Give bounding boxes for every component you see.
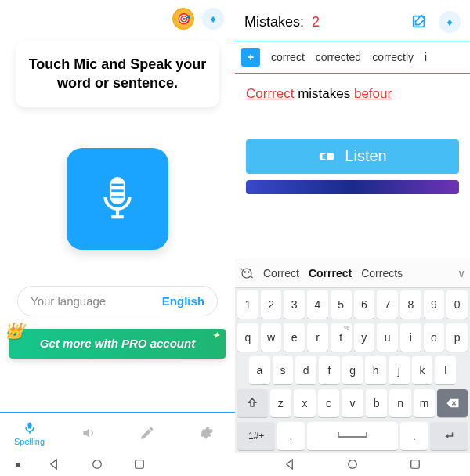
backspace-key[interactable] — [437, 389, 468, 417]
recent-icon[interactable] — [408, 457, 422, 471]
key-6[interactable]: 6 — [354, 290, 375, 319]
key-y[interactable]: y — [354, 323, 375, 352]
sentence-text[interactable]: Corrrect mistakes befour — [235, 74, 470, 108]
key-n[interactable]: n — [389, 389, 411, 417]
suggestion-item[interactable]: corrected — [316, 51, 361, 63]
key-5[interactable]: 5 — [331, 290, 352, 319]
word: mistakes — [298, 86, 350, 101]
key-b[interactable]: b — [366, 389, 388, 417]
key-2[interactable]: 2 — [261, 290, 282, 319]
suggestion-item[interactable]: correctly — [372, 51, 414, 63]
key-x[interactable]: x — [294, 389, 316, 417]
key-0[interactable]: 0 — [446, 290, 468, 319]
key-w[interactable]: w — [261, 323, 282, 352]
enter-icon — [442, 429, 456, 443]
language-label: Your language — [31, 294, 106, 308]
backspace-icon — [446, 396, 460, 410]
key-d[interactable]: d — [295, 356, 316, 384]
key-t[interactable]: t% — [331, 323, 352, 352]
speaker-icon — [318, 148, 335, 165]
key-a[interactable]: a — [249, 356, 270, 384]
suggestion-bar: + correct corrected correctly i — [235, 41, 470, 74]
mistakes-count: 2 — [312, 14, 320, 31]
kb-suggestion[interactable]: Corrects — [361, 267, 403, 279]
period-key[interactable]: . — [400, 422, 427, 450]
home-icon[interactable] — [90, 457, 104, 471]
banner-peek[interactable] — [246, 180, 459, 194]
key-u[interactable]: u — [377, 323, 398, 352]
key-4[interactable]: 4 — [307, 290, 328, 319]
listen-button[interactable]: Listen — [246, 139, 459, 174]
key-7[interactable]: 7 — [377, 290, 398, 319]
key-z[interactable]: z — [270, 389, 292, 417]
bottom-tabs: Spelling — [0, 412, 235, 453]
crown-icon: 👑 — [5, 321, 24, 340]
svg-point-8 — [93, 460, 102, 469]
key-k[interactable]: k — [412, 356, 433, 384]
key-f[interactable]: f — [319, 356, 340, 384]
home-icon[interactable] — [345, 457, 360, 471]
recent-icon[interactable] — [132, 457, 146, 471]
key-l[interactable]: l — [435, 356, 456, 384]
shift-icon — [246, 397, 258, 409]
premium-badge[interactable]: ♦ — [202, 8, 224, 30]
svg-point-15 — [349, 460, 357, 469]
microphone-icon — [22, 420, 38, 436]
svg-point-12 — [242, 269, 251, 278]
key-q[interactable]: q — [237, 323, 258, 352]
svg-rect-16 — [410, 460, 419, 469]
suggestion-item[interactable]: i — [425, 51, 427, 63]
microphone-icon — [93, 175, 142, 223]
error-word[interactable]: Corrrect — [246, 86, 294, 101]
svg-rect-9 — [136, 460, 144, 469]
tab-spelling[interactable]: Spelling — [0, 413, 59, 453]
kb-suggestion[interactable]: Corrrect — [309, 267, 352, 279]
key-g[interactable]: g — [342, 356, 363, 384]
key-8[interactable]: 8 — [400, 290, 421, 319]
space-key[interactable] — [307, 422, 399, 450]
key-1[interactable]: 1 — [237, 290, 258, 319]
key-m[interactable]: m — [414, 389, 436, 417]
tab-label: Spelling — [14, 437, 45, 446]
system-nav — [0, 453, 235, 476]
key-r[interactable]: r — [307, 323, 328, 352]
tab-settings[interactable] — [176, 413, 235, 453]
add-suggestion-button[interactable]: + — [241, 48, 260, 67]
kb-suggestion[interactable]: Correct — [263, 267, 299, 279]
shift-key[interactable] — [237, 389, 268, 417]
back-icon[interactable] — [48, 457, 62, 471]
listen-label: Listen — [345, 147, 386, 165]
language-selector[interactable]: Your language English — [17, 286, 218, 316]
back-icon[interactable] — [284, 457, 298, 471]
key-c[interactable]: c — [318, 389, 340, 417]
suggestion-item[interactable]: correct — [271, 51, 305, 63]
key-3[interactable]: 3 — [284, 290, 305, 319]
key-j[interactable]: j — [389, 356, 410, 384]
key-9[interactable]: 9 — [424, 290, 445, 319]
key-h[interactable]: h — [365, 356, 386, 384]
emoji-icon[interactable] — [240, 266, 254, 280]
key-s[interactable]: s — [273, 356, 294, 384]
ads-badge[interactable]: 🎯 — [172, 8, 194, 30]
edit-button[interactable] — [409, 11, 431, 33]
tab-edit[interactable] — [118, 413, 176, 453]
pencil-icon — [139, 425, 155, 441]
pro-banner[interactable]: 👑 Get more with PRO account ✦ — [9, 329, 226, 359]
error-word[interactable]: befour — [354, 86, 392, 101]
language-value: English — [162, 294, 204, 308]
svg-rect-6 — [27, 422, 31, 428]
comma-key[interactable]: , — [277, 422, 304, 450]
pro-banner-text: Get more with PRO account — [40, 337, 195, 350]
mic-button[interactable] — [67, 148, 168, 250]
key-p[interactable]: p — [446, 323, 468, 352]
enter-key[interactable] — [430, 422, 468, 450]
key-e[interactable]: e — [284, 323, 305, 352]
nav-dot — [16, 463, 20, 467]
key-o[interactable]: o — [424, 323, 445, 352]
key-v[interactable]: v — [342, 389, 363, 417]
more-suggestions[interactable]: ∨ — [457, 267, 465, 279]
premium-badge[interactable]: ♦ — [439, 11, 461, 33]
tab-sound[interactable] — [59, 413, 118, 453]
symbols-key[interactable]: 1#+ — [237, 422, 275, 450]
key-i[interactable]: i — [400, 323, 421, 352]
